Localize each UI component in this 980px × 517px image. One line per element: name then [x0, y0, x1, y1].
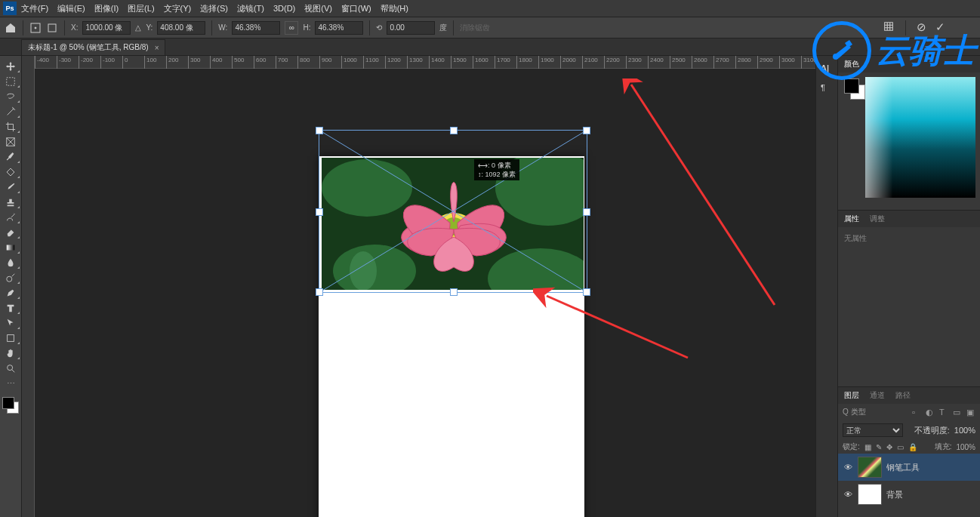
- right-panel-group: 颜色 属性 调整 无属性 图层 通道 路径 Q 类型 ▫ ◐: [837, 56, 980, 517]
- crop-tool-icon[interactable]: [0, 119, 21, 134]
- menu-filter[interactable]: 滤镜(T): [237, 3, 264, 14]
- layers-panel: 图层 通道 路径 Q 类型 ▫ ◐ T ▭ ▣ 正常 不透明度: 100% 锁定…: [838, 387, 980, 517]
- brush-tool-icon[interactable]: [0, 180, 21, 195]
- svg-line-22: [547, 296, 688, 358]
- adjustments-tab[interactable]: 调整: [870, 214, 885, 224]
- fill-value[interactable]: 100%: [956, 443, 975, 451]
- marquee-tool-icon[interactable]: [0, 74, 21, 89]
- transform-handle-n[interactable]: [450, 127, 458, 134]
- layer-row-2[interactable]: 👁 背景: [838, 481, 980, 508]
- character-panel-icon[interactable]: A|: [821, 63, 833, 75]
- filter-adjust-icon[interactable]: ◐: [926, 408, 935, 417]
- lock-pixel-icon[interactable]: ✎: [876, 443, 882, 451]
- layers-tab[interactable]: 图层: [844, 390, 859, 401]
- layer-visibility-icon[interactable]: 👁: [843, 463, 853, 472]
- transform-ref-icon[interactable]: [29, 22, 42, 34]
- properties-panel: 属性 调整 无属性: [838, 211, 980, 387]
- rotate-input[interactable]: [387, 21, 435, 35]
- lock-all-icon[interactable]: 🔒: [908, 443, 917, 451]
- color-tab[interactable]: 颜色: [844, 59, 859, 69]
- y-input[interactable]: [157, 21, 205, 35]
- paragraph-panel-icon[interactable]: ¶: [821, 83, 833, 95]
- eyedropper-tool-icon[interactable]: [0, 149, 21, 165]
- transform-handle-nw[interactable]: [316, 127, 323, 134]
- svg-rect-8: [8, 335, 14, 342]
- transform-info-tooltip: ⟷: 0 像素 ↕: 1092 像素: [474, 159, 519, 180]
- rotate-unit: 度: [439, 23, 447, 33]
- x-input[interactable]: [82, 21, 131, 35]
- y-label: Y:: [146, 23, 153, 32]
- menu-view[interactable]: 视图(V): [304, 3, 332, 14]
- commit-transform-icon[interactable]: ✓: [935, 20, 945, 35]
- anchor-point-icon[interactable]: [46, 22, 58, 34]
- filter-type-icon[interactable]: T: [939, 408, 948, 417]
- menu-file[interactable]: 文件(F): [21, 3, 48, 14]
- menu-3d[interactable]: 3D(D): [273, 4, 295, 13]
- zoom-tool-icon[interactable]: [0, 361, 21, 376]
- filter-shape-icon[interactable]: ▭: [953, 408, 962, 417]
- opacity-value[interactable]: 100%: [954, 426, 975, 435]
- options-bar: X: △ Y: W: ∞ H: ⟲ 度 消除锯齿 ⊘ ✓: [0, 17, 980, 38]
- stamp-tool-icon[interactable]: [0, 195, 21, 210]
- tool-panel: ⋯: [0, 56, 22, 517]
- history-brush-tool-icon[interactable]: [0, 210, 21, 225]
- panel-color-swatch[interactable]: [843, 77, 865, 205]
- menu-edit[interactable]: 编辑(E): [57, 3, 85, 14]
- eraser-tool-icon[interactable]: [0, 225, 21, 240]
- pen-tool-icon[interactable]: [0, 285, 21, 300]
- lasso-tool-icon[interactable]: [0, 89, 21, 104]
- home-icon[interactable]: [5, 22, 17, 34]
- layer-thumb-2: [858, 484, 882, 505]
- color-spectrum[interactable]: [865, 77, 975, 198]
- lock-artboard-icon[interactable]: ▭: [897, 443, 904, 451]
- type-tool-icon[interactable]: [0, 300, 21, 315]
- layer-name-1[interactable]: 钢笔工具: [886, 462, 920, 473]
- h-input[interactable]: [315, 21, 363, 35]
- color-swatch[interactable]: [2, 397, 19, 414]
- lock-pos-icon[interactable]: ✥: [886, 443, 892, 451]
- paths-tab[interactable]: 路径: [895, 390, 911, 401]
- path-select-tool-icon[interactable]: [0, 315, 21, 331]
- menu-image[interactable]: 图像(I): [94, 3, 119, 14]
- cancel-transform-icon[interactable]: ⊘: [917, 20, 926, 35]
- layer-name-2[interactable]: 背景: [886, 489, 903, 500]
- svg-rect-6: [7, 245, 15, 251]
- layer-visibility-icon[interactable]: 👁: [843, 490, 853, 499]
- healing-tool-icon[interactable]: [0, 165, 21, 180]
- blur-tool-icon[interactable]: [0, 255, 21, 270]
- menu-help[interactable]: 帮助(H): [381, 3, 408, 14]
- gradient-tool-icon[interactable]: [0, 240, 21, 255]
- wand-tool-icon[interactable]: [0, 104, 21, 119]
- svg-point-7: [7, 276, 12, 282]
- blend-mode-select[interactable]: 正常: [843, 423, 903, 437]
- svg-rect-5: [7, 168, 14, 176]
- frame-tool-icon[interactable]: [0, 134, 21, 149]
- menu-select[interactable]: 选择(S): [200, 3, 228, 14]
- layer-row-1[interactable]: 👁 钢笔工具: [838, 454, 980, 481]
- annotation-arrow-2: [533, 282, 707, 373]
- menu-window[interactable]: 窗口(W): [341, 3, 371, 14]
- document-tab-title: 未标题-1 @ 50% (钢笔工具, RGB/8): [28, 42, 149, 53]
- link-wh-icon[interactable]: ∞: [285, 21, 298, 35]
- collapsed-panel-strip: A| ¶: [815, 56, 837, 517]
- properties-tab[interactable]: 属性: [844, 214, 859, 224]
- filter-smart-icon[interactable]: ▣: [966, 408, 975, 417]
- antialias-label: 消除锯齿: [460, 23, 490, 33]
- channels-tab[interactable]: 通道: [870, 390, 885, 401]
- dodge-tool-icon[interactable]: [0, 270, 21, 285]
- filter-pixel-icon[interactable]: ▫: [912, 408, 921, 417]
- menu-type[interactable]: 文字(Y): [164, 3, 192, 14]
- lock-trans-icon[interactable]: ▦: [864, 443, 871, 451]
- close-tab-icon[interactable]: ×: [155, 44, 159, 52]
- warp-mode-icon[interactable]: [883, 20, 895, 32]
- canvas-area[interactable]: -400-300-200-100010020030040050060070080…: [35, 56, 815, 517]
- menu-layer[interactable]: 图层(L): [128, 3, 154, 14]
- move-tool-icon[interactable]: [0, 59, 21, 74]
- edit-toolbar-icon[interactable]: ⋯: [0, 376, 21, 391]
- w-input[interactable]: [232, 21, 280, 35]
- app-icon: Ps: [3, 2, 17, 15]
- document-tab[interactable]: 未标题-1 @ 50% (钢笔工具, RGB/8) ×: [21, 39, 165, 55]
- hand-tool-icon[interactable]: [0, 346, 21, 361]
- svg-line-21: [631, 85, 775, 305]
- shape-tool-icon[interactable]: [0, 331, 21, 346]
